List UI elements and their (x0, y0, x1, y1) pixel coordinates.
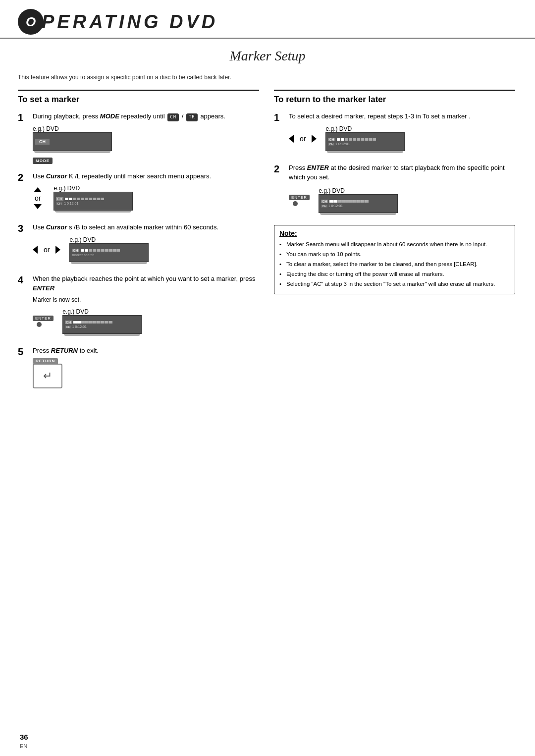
screen-step2: CH (54, 192, 133, 211)
arrow-down-icon (34, 204, 42, 209)
step-number-2: 2 (18, 171, 29, 183)
step-text-3: Use Cursor s /B to select an available m… (33, 222, 259, 232)
step-content-2: Use Cursor K /L repeatedly until maker s… (33, 171, 259, 215)
step-left-1: 1 During playback, press MODE repeatedly… (18, 111, 259, 163)
diagram-right-1: or e.g.) DVD CH (289, 124, 515, 153)
note-item-3: • To clear a marker, select the marker t… (279, 260, 510, 268)
screen-step1: CH (33, 132, 112, 151)
enter-btn-label-4: ENTER (33, 316, 54, 321)
progress-bar-r2 (329, 200, 369, 203)
screen-shadow-3 (71, 262, 147, 264)
screen-step3: CH (69, 243, 149, 262)
screen-shadow-4 (64, 334, 140, 336)
arrows-lr-3: or (33, 246, 60, 254)
note-text-2: You can mark up to 10 points. (286, 250, 362, 258)
note-text-5: Selecting "AC" at step 3 in the section … (286, 280, 495, 288)
page-number: 36 (20, 733, 28, 741)
step-left-3: 3 Use Cursor s /B to select an available… (18, 222, 259, 266)
step-content-4: When the playback reaches the point at w… (33, 274, 259, 338)
note-item-5: • Selecting "AC" at step 3 in the sectio… (279, 280, 510, 288)
page-header: O PERATING DVD (0, 0, 535, 39)
step-number-1: 1 (18, 111, 29, 123)
intro-text: This feature allows you to assign a spec… (18, 74, 515, 81)
main-content: This feature allows you to assign a spec… (0, 69, 535, 406)
or-text-3: or (44, 246, 50, 254)
enter-graphic-4: ENTER (33, 316, 54, 327)
arrows-updown: or (33, 187, 43, 209)
diagram-step3: or e.g.) DVD CH (33, 235, 259, 264)
dvd-label-3: e.g.) DVD (69, 236, 149, 243)
note-bullet-5: • (279, 280, 284, 288)
left-column: To set a marker 1 During playback, press… (18, 90, 259, 396)
step-content-1: During playback, press MODE repeatedly u… (33, 111, 259, 163)
right-column: To return to the marker later 1 To selec… (274, 90, 515, 396)
progress-bar-4 (73, 321, 112, 324)
note-bullet-1: • (279, 240, 284, 248)
step-content-5: Press RETURN to exit. RETURN ↵ (33, 346, 259, 389)
return-btn-body: ↵ (33, 364, 62, 388)
header-circle-letter: O (26, 14, 36, 30)
note-item-2: • You can mark up to 10 points. (279, 250, 510, 258)
step-right-text-1: To select a desired marker, repeat steps… (289, 111, 515, 121)
screen-shadow-2 (55, 211, 131, 213)
diagram-step1: e.g.) DVD CH (33, 124, 259, 153)
dvd-label-r1: e.g.) DVD (325, 125, 405, 132)
step-number-4: 4 (18, 274, 29, 286)
tr-badge: TR (186, 113, 198, 121)
step-right-text-2: Press ENTER at the desired marker to sta… (289, 163, 515, 182)
header-circle: O (18, 9, 44, 35)
screen-step4: CH (62, 315, 142, 334)
dvd-label-1: e.g.) DVD (33, 125, 112, 132)
screen-shadow-r2 (320, 213, 396, 215)
diagram-step4: ENTER e.g.) DVD CH (33, 307, 259, 336)
screen-shadow-r1 (327, 151, 403, 153)
step-right-number-1: 1 (274, 111, 285, 123)
step-right-content-2: Press ENTER at the desired marker to sta… (289, 163, 515, 217)
step-right-2: 2 Press ENTER at the desired marker to s… (274, 163, 515, 217)
arrow-left-icon-r1 (289, 135, 294, 143)
dvd-label-2: e.g.) DVD (54, 185, 133, 192)
progress-bar-2 (65, 198, 104, 200)
enter-btn-label-r2: ENTER (289, 195, 310, 200)
arrows-lr-r1: or (289, 135, 317, 143)
enter-dot-r2 (293, 201, 298, 206)
page-lang: EN (20, 743, 27, 749)
arrow-up-icon (34, 187, 42, 192)
step-right-number-2: 2 (274, 163, 285, 175)
step-left-2: 2 Use Cursor K /L repeatedly until maker… (18, 171, 259, 215)
screen-right-2: CH (319, 194, 398, 213)
mode-button: MODE (33, 158, 53, 164)
left-section-title: To set a marker (18, 95, 259, 105)
screen-right-1: CH (325, 132, 405, 151)
two-col-layout: To set a marker 1 During playback, press… (18, 90, 515, 396)
step-right-1: 1 To select a desired marker, repeat ste… (274, 111, 515, 155)
note-text-1: Marker Search menu will disappear in abo… (286, 240, 487, 248)
return-graphic: RETURN ↵ (33, 358, 259, 388)
step-text-4: When the playback reaches the point at w… (33, 274, 259, 293)
right-section-title: To return to the marker later (274, 95, 515, 105)
ch-badge: CH (167, 113, 179, 121)
diagram-right-2: ENTER e.g.) DVD CH (289, 186, 515, 215)
dvd-label-4: e.g.) DVD (62, 308, 142, 315)
step-text-5: Press RETURN to exit. (33, 346, 259, 356)
note-bullet-4: • (279, 270, 284, 278)
dvd-label-r2: e.g.) DVD (319, 187, 398, 194)
step-left-5: 5 Press RETURN to exit. RETURN ↵ (18, 346, 259, 389)
note-text-4: Ejecting the disc or turning off the pow… (286, 270, 444, 278)
step-right-content-1: To select a desired marker, repeat steps… (289, 111, 515, 155)
return-btn-label: RETURN (33, 358, 58, 364)
note-item-4: • Ejecting the disc or turning off the p… (279, 270, 510, 278)
note-text-3: To clear a marker, select the marker to … (286, 260, 478, 268)
note-box: Note: • Marker Search menu will disappea… (274, 225, 515, 294)
note-title: Note: (279, 229, 510, 237)
header-title: PERATING DVD (42, 11, 218, 33)
enter-graphic-r2: ENTER (289, 195, 310, 206)
progress-bar-3 (81, 249, 120, 252)
or-text-r1: or (300, 135, 306, 143)
step-content-3: Use Cursor s /B to select an available m… (33, 222, 259, 266)
screen-shadow-1 (34, 151, 110, 153)
note-bullet-3: • (279, 260, 284, 268)
step-sub-4: Marker is now set. (33, 296, 259, 303)
step-number-3: 3 (18, 222, 29, 234)
enter-dot-4 (37, 322, 42, 327)
